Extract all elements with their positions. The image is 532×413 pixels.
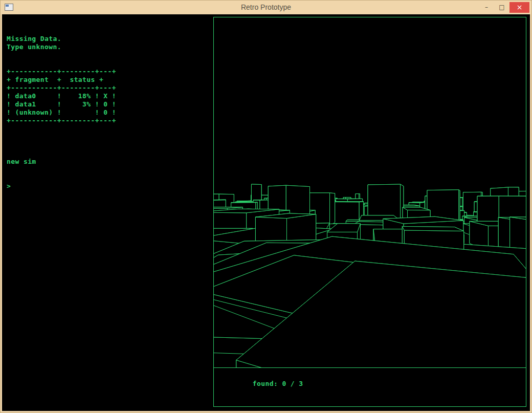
status-bar: found: 0 / 3 (214, 367, 526, 406)
wireframe-canvas[interactable] (214, 17, 526, 367)
title-bar[interactable]: Retro Prototype – □ × (0, 0, 532, 14)
app-icon (5, 4, 13, 11)
window-controls: – □ × (479, 0, 532, 14)
terminal-prompt[interactable]: > (7, 182, 116, 190)
fragment-status-table: +-----------+--------+---+ + fragment + … (7, 68, 116, 125)
found-counter: found: 0 / 3 (253, 380, 303, 387)
wireframe-viewport[interactable] (214, 17, 526, 367)
minimize-button[interactable]: – (479, 2, 494, 13)
maximize-icon: □ (499, 4, 504, 11)
maximize-button[interactable]: □ (494, 2, 509, 13)
app-window: Retro Prototype – □ × Missing Data. Type… (0, 0, 532, 413)
close-icon: × (517, 3, 523, 11)
window-title: Retro Prototype (0, 3, 532, 11)
content-area: Missing Data. Type unknown. +-----------… (2, 14, 530, 411)
terminal-message: Missing Data. Type unknown. (7, 35, 116, 51)
simulation-panel: found: 0 / 3 (213, 17, 526, 407)
terminal-output: Missing Data. Type unknown. +-----------… (7, 18, 116, 207)
close-button[interactable]: × (509, 2, 529, 13)
command-label[interactable]: new sim (7, 158, 116, 166)
minimize-icon: – (485, 4, 488, 11)
